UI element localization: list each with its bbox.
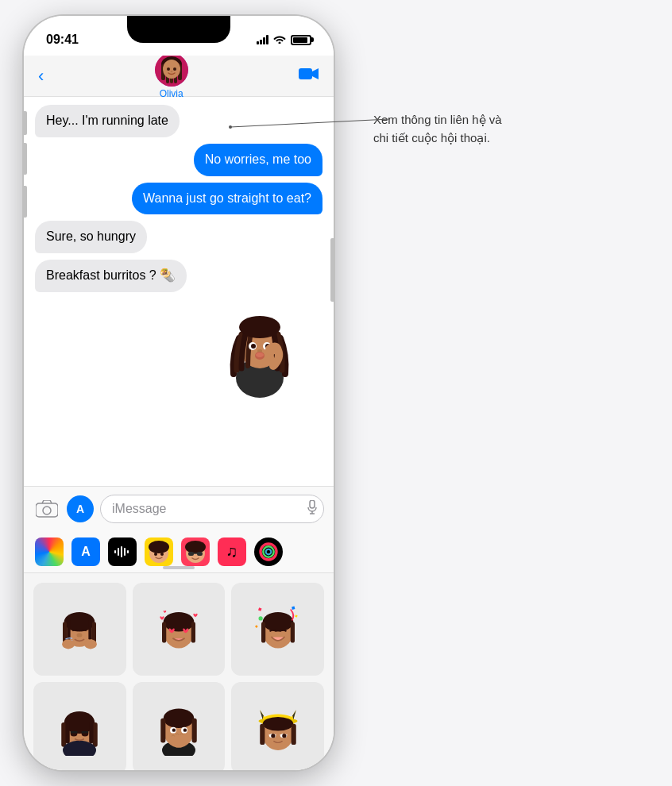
svg-point-35 [149,541,169,553]
sticker-cool[interactable] [33,682,126,770]
mic-icon[interactable] [307,500,317,518]
svg-point-93 [262,717,293,731]
svg-point-25 [43,507,51,514]
outgoing-bubble: No worries, me too [194,144,322,176]
svg-point-22 [256,353,264,357]
appstore-tray-icon[interactable]: A [71,537,100,566]
svg-point-87 [172,728,176,731]
side-button [330,238,334,302]
apps-button[interactable]: A [67,495,94,522]
svg-rect-61 [261,622,265,643]
svg-point-36 [154,553,157,556]
chat-area: Hey... I'm running late No worries, me t… [24,97,334,486]
svg-rect-65 [295,615,298,618]
outgoing-bubble: Wanna just go straight to eat? [132,183,322,215]
stickers-tray-icon[interactable] [181,537,210,566]
navigation-bar: ‹ [24,56,334,97]
input-placeholder: iMessage [112,502,166,516]
svg-point-88 [183,728,187,731]
message-text: Sure, so hungry [46,229,136,243]
audio-tray-icon[interactable] [108,537,137,566]
message-row: Hey... I'm running late [35,105,322,137]
annotation-text: Xem thông tin liên hệ vàchi tiết cuộc hộ… [373,111,643,147]
sticker-hearts[interactable] [133,583,226,676]
svg-point-9 [173,67,176,71]
svg-point-66 [258,617,262,621]
svg-rect-94 [260,724,265,745]
svg-rect-30 [118,548,119,556]
svg-point-53 [62,639,75,649]
svg-rect-95 [291,724,295,745]
status-icons [257,33,311,46]
svg-rect-73 [90,721,94,743]
memoji-sticker-message [35,299,322,402]
contact-avatar[interactable] [155,53,188,87]
video-call-button[interactable] [299,67,319,85]
sticker-pikachu-hat[interactable] [231,682,324,770]
silent-switch [24,111,27,135]
svg-rect-50 [68,621,71,641]
svg-rect-63 [258,608,261,611]
incoming-bubble: Hey... I'm running late [35,105,180,137]
svg-point-23 [265,344,278,355]
svg-rect-11 [299,68,312,79]
svg-point-52 [77,634,83,638]
incoming-bubble: Sure, so hungry [35,221,147,253]
svg-rect-58 [191,622,195,643]
photos-tray-icon[interactable] [35,537,64,566]
svg-rect-70 [62,722,67,747]
svg-point-39 [185,541,206,553]
message-text: Wanna just go straight to eat? [143,191,311,205]
phone-frame: 09:41 ‹ [24,16,334,770]
message-text: Hey... I'm running late [46,114,168,127]
status-time: 09:41 [46,33,79,47]
svg-rect-83 [160,719,165,743]
sticker-image [208,299,311,402]
sticker-sneeze[interactable] [33,583,126,676]
svg-rect-31 [121,546,122,557]
memoji-tray-icon[interactable] [145,537,173,566]
svg-point-45 [266,549,272,554]
apps-icon-label: A [76,503,84,515]
volume-up-button [24,143,27,175]
svg-point-82 [164,709,195,729]
sticker-yawn[interactable] [133,682,226,770]
music-tray-icon[interactable]: ♫ [218,537,246,566]
message-text: Breakfast burritos ? 🌯 [46,268,176,282]
svg-rect-26 [310,500,315,508]
camera-button[interactable] [33,495,60,522]
svg-point-54 [84,639,97,649]
app-tray: A [24,530,334,573]
svg-rect-29 [114,550,116,553]
sticker-celebrate[interactable] [231,583,324,676]
message-row: No worries, me too [35,144,322,176]
contact-header[interactable]: Olivia [155,53,188,99]
notch [127,16,230,43]
svg-point-56 [164,612,195,632]
input-area: A iMessage [24,486,334,530]
message-text: No worries, me too [205,152,311,166]
svg-rect-72 [66,721,70,743]
svg-rect-84 [192,719,197,743]
svg-point-10 [170,71,172,72]
svg-rect-40 [188,552,194,556]
svg-point-8 [167,67,170,71]
svg-rect-67 [255,626,258,629]
message-row: Sure, so hungry [35,221,322,253]
svg-point-15 [239,316,280,338]
message-input[interactable]: iMessage [100,495,324,523]
svg-point-99 [282,734,286,738]
fitness-tray-icon[interactable] [254,537,283,566]
incoming-bubble: Breakfast burritos ? 🌯 [35,260,187,292]
svg-point-44 [263,546,273,557]
wifi-icon [273,33,286,46]
svg-rect-32 [124,548,126,556]
svg-point-37 [160,553,164,556]
svg-rect-41 [197,552,203,556]
signal-icon [257,35,268,44]
back-button[interactable]: ‹ [38,66,44,87]
svg-point-60 [262,612,293,632]
volume-down-button [24,186,27,218]
annotation-container: Xem thông tin liên hệ vàchi tiết cuộc hộ… [373,111,643,147]
svg-point-18 [251,344,256,349]
